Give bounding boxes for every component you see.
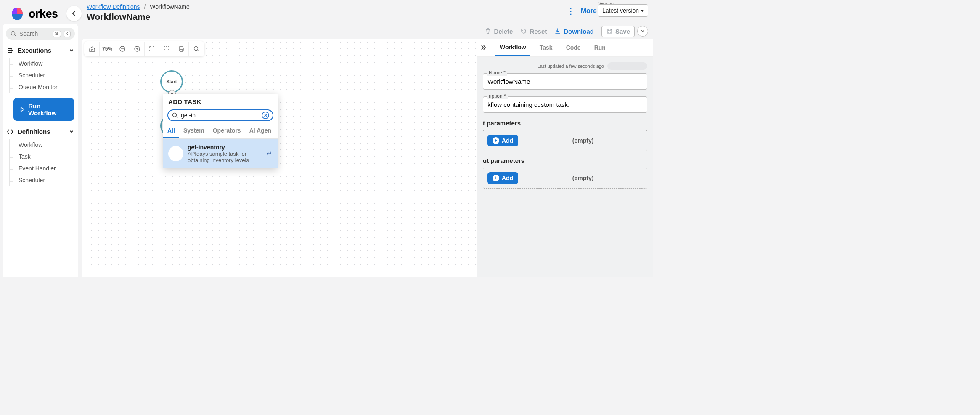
start-node[interactable]: Start	[160, 70, 183, 93]
save-icon	[606, 28, 613, 35]
reset-button[interactable]: Reset	[520, 28, 547, 35]
sidebar-search[interactable]: ⌘ K	[6, 28, 75, 40]
back-button[interactable]	[66, 6, 82, 21]
action-bar: Delete Reset Download Save	[87, 24, 648, 38]
sidebar-item-exec-workflow[interactable]: Workflow	[9, 58, 75, 69]
version-select[interactable]: Latest version ▾	[598, 4, 648, 17]
expand-panel-button[interactable]	[480, 44, 490, 51]
sidebar-item-def-scheduler[interactable]: Scheduler	[9, 174, 75, 186]
executions-icon	[7, 47, 14, 54]
reset-icon	[520, 28, 527, 35]
sidebar-item-def-workflow[interactable]: Workflow	[9, 139, 75, 151]
breadcrumb-current: WorkflowName	[150, 3, 190, 10]
svg-point-5	[173, 113, 177, 117]
page-title: WorkflowName	[87, 12, 150, 22]
canvas-search-button[interactable]	[189, 42, 204, 56]
chevron-down-icon	[69, 129, 74, 134]
plus-circle-icon	[134, 45, 140, 52]
input-params-box: + Add (empty)	[483, 130, 647, 151]
rp-tab-task[interactable]: Task	[535, 40, 557, 55]
right-panel: Workflow Task Code Run Last updated a fe…	[477, 39, 653, 277]
fit-icon	[148, 45, 155, 52]
print-button[interactable]	[174, 42, 189, 56]
sidebar-section-executions[interactable]: Executions	[6, 45, 75, 55]
description-field-label: ription *	[487, 93, 508, 99]
tab-system[interactable]: System	[179, 124, 209, 138]
svg-point-0	[11, 32, 15, 35]
run-workflow-label: Run Workflow	[28, 102, 68, 117]
search-icon	[10, 30, 17, 37]
last-updated-text: Last updated a few seconds ago	[538, 64, 604, 69]
plus-icon: +	[493, 137, 499, 144]
sidebar-item-def-task[interactable]: Task	[9, 151, 75, 162]
output-params-empty: (empty)	[523, 175, 643, 181]
input-params-title: t parameters	[483, 120, 647, 127]
search-icon	[193, 45, 200, 52]
delete-button[interactable]: Delete	[485, 28, 513, 35]
name-field[interactable]	[483, 73, 647, 90]
rp-tab-code[interactable]: Code	[562, 40, 585, 55]
add-task-search[interactable]: ✕	[167, 109, 273, 121]
breadcrumb: Workflow Definitions / WorkflowName	[87, 3, 190, 10]
add-output-param-button[interactable]: + Add	[487, 172, 518, 184]
save-button[interactable]: Save	[601, 26, 635, 37]
sidebar-search-input[interactable]	[19, 30, 50, 37]
tab-ai-agent[interactable]: AI Agen	[245, 124, 275, 138]
rp-tab-run[interactable]: Run	[590, 40, 610, 55]
output-params-box: + Add (empty)	[483, 168, 647, 189]
workflow-canvas[interactable]: 75% Start + E ADD TASK ✕ All Sy	[82, 39, 653, 277]
breadcrumb-link[interactable]: Workflow Definitions	[87, 3, 140, 10]
right-panel-tabs: Workflow Task Code Run	[477, 39, 653, 57]
task-result-desc: APIdays sample task for obtaining invent…	[188, 151, 262, 163]
name-field-label: Name *	[487, 70, 507, 76]
chevron-double-right-icon	[480, 44, 487, 51]
more-button[interactable]: ⋮ More	[567, 7, 597, 15]
add-task-search-input[interactable]	[181, 112, 259, 119]
fit-view-button[interactable]	[145, 42, 159, 56]
executions-title: Executions	[18, 47, 51, 54]
add-task-panel: ADD TASK ✕ All System Operators AI Agen …	[163, 94, 278, 168]
tab-all[interactable]: All	[163, 124, 179, 138]
sidebar: ⌘ K Executions Workflow Scheduler Queue …	[3, 24, 78, 277]
logo-mark-icon	[10, 7, 24, 21]
save-options-button[interactable]	[637, 26, 648, 37]
kbd-k: K	[64, 31, 71, 37]
trash-icon	[485, 28, 491, 35]
run-workflow-button[interactable]: Run Workflow	[13, 98, 74, 121]
plus-icon: +	[493, 175, 499, 181]
download-icon	[554, 28, 561, 35]
sidebar-item-def-event[interactable]: Event Handler	[9, 162, 75, 174]
chevron-down-icon	[69, 48, 74, 53]
download-button[interactable]: Download	[554, 28, 594, 35]
sidebar-item-exec-scheduler[interactable]: Scheduler	[9, 69, 75, 81]
kbd-cmd: ⌘	[53, 31, 61, 37]
caret-down-icon: ▾	[641, 8, 644, 13]
input-params-empty: (empty)	[523, 137, 643, 144]
svg-point-4	[194, 47, 198, 51]
logo-text: orkes	[29, 8, 58, 21]
enter-icon: ↵	[266, 149, 273, 158]
tab-operators[interactable]: Operators	[209, 124, 245, 138]
add-task-title: ADD TASK	[163, 94, 278, 108]
loading-skeleton	[607, 62, 647, 70]
more-vertical-icon: ⋮	[567, 7, 575, 15]
home-button[interactable]	[85, 42, 100, 56]
home-icon	[89, 45, 95, 52]
clear-search-button[interactable]: ✕	[262, 112, 269, 119]
definitions-icon	[7, 128, 14, 135]
selection-icon	[163, 45, 170, 52]
chevron-left-icon	[71, 11, 77, 16]
select-area-button[interactable]	[159, 42, 174, 56]
rp-tab-workflow[interactable]: Workflow	[495, 40, 530, 56]
sidebar-item-exec-queue[interactable]: Queue Monitor	[9, 81, 75, 93]
logo[interactable]: orkes	[10, 7, 58, 21]
version-value: Latest version	[602, 7, 639, 14]
chevron-down-icon	[641, 29, 645, 33]
sidebar-section-definitions[interactable]: Definitions	[6, 127, 75, 136]
zoom-out-button[interactable]	[115, 42, 130, 56]
add-input-param-button[interactable]: + Add	[487, 135, 518, 146]
zoom-in-button[interactable]	[130, 42, 145, 56]
definitions-title: Definitions	[18, 128, 50, 135]
print-icon	[178, 45, 185, 52]
task-result-item[interactable]: get-inventory APIdays sample task for ob…	[163, 139, 278, 168]
